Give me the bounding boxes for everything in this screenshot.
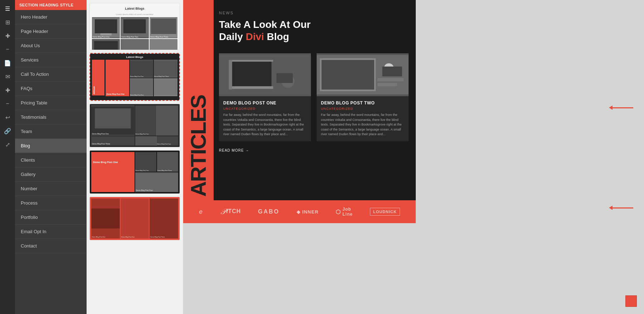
blog-post-2-title: DEMO BLOG POST TWO [321,100,404,106]
sidebar-item-contact[interactable]: Contact [15,239,87,253]
svg-rect-13 [130,79,153,95]
svg-rect-1 [95,19,117,33]
icon-bar-expand[interactable]: ⤢ [2,139,13,150]
client-logo-5: ⬡ JobLine [336,207,353,217]
svg-rect-19 [232,62,272,88]
template-card-3[interactable]: Demo Blog Post One Demo Blog Post Two De… [89,104,180,147]
template-card-2[interactable]: Latest Blogs ARTICLES Demo Blog Post One… [89,53,180,101]
icon-bar-menu[interactable]: ☰ [2,3,13,14]
icon-bar-curve[interactable]: ↩ [2,112,13,123]
blog-main-title: Take A Look At OurDaily Divi Blog [219,19,409,43]
blog-post-1-body: DEMO BLOG POST ONE UNCATEGORIZED Far far… [219,96,311,141]
svg-rect-22 [229,60,232,90]
svg-rect-10 [150,40,177,50]
blog-post-2-excerpt: Far far away, behind the word mountains,… [321,113,404,137]
svg-rect-30 [382,67,402,77]
svg-rect-31 [377,78,404,81]
blog-section: ARTICLES NEWS Take A Look At OurDaily Di… [183,0,416,200]
svg-rect-4 [123,19,146,33]
blog-post-2-body: DEMO BLOG POST TWO UNCATEGORIZED Far far… [317,96,409,141]
sidebar-item-faqs[interactable]: FAQs [15,82,87,96]
blog-post-2-category: UNCATEGORIZED [321,107,404,111]
blog-content: NEWS Take A Look At OurDaily Divi Blog [215,0,416,170]
client-logo-6: LOUDNICK [370,208,400,216]
blog-post-1-excerpt: Far far away, behind the word mountains,… [223,113,307,137]
svg-rect-2 [100,33,111,35]
template-card-1[interactable]: Latest Blogs Lorem ipsum dolor sit amet … [89,3,180,50]
sidebar-item-call-to-action[interactable]: Call To Action [15,67,87,82]
svg-rect-28 [322,60,374,90]
sidebar: Section Heading Style Hero Header Page H… [15,0,87,314]
svg-rect-8 [94,41,118,50]
sidebar-item-number[interactable]: Number [15,182,87,196]
blog-post-1-title: DEMO BLOG POST ONE [223,100,307,106]
template-panel: Latest Blogs Lorem ipsum dolor sit amet … [87,0,183,314]
clients-bar: e 𝒫ITCH GABO ◆ INNER ⬡ JobLine LOUDNICK [183,200,416,223]
sidebar-item-hero-header[interactable]: Hero Header [15,10,87,24]
template-card-5[interactable]: Demo Blog Post One Demo Blog Post Two De… [89,197,180,240]
svg-rect-24 [277,73,293,83]
sidebar-item-email-opt-in[interactable]: Email Opt In [15,225,87,239]
svg-rect-11 [130,60,153,77]
sidebar-item-page-header[interactable]: Page Header [15,24,87,39]
svg-rect-9 [121,40,148,50]
sidebar-item-portfolio[interactable]: Portfolio [15,210,87,225]
articles-vertical: ARTICLES [183,0,214,200]
template-card-4[interactable]: Demo Blog Post One Demo Blog Post Two De… [89,150,180,194]
card-1-title: Latest Blogs [92,5,177,12]
svg-rect-21 [230,86,273,89]
sidebar-item-about-us[interactable]: About Us [15,39,87,53]
blog-post-card-2: DEMO BLOG POST TWO UNCATEGORIZED Far far… [317,53,409,141]
color-swatch[interactable] [625,295,637,307]
arrow-indicator-top [612,107,633,108]
svg-rect-16 [95,108,131,128]
sidebar-item-team[interactable]: Team [15,124,87,139]
icon-bar-line[interactable]: − [2,98,13,109]
svg-rect-12 [154,60,177,77]
client-logo-1: e [199,208,203,216]
preview-area: ARTICLES NEWS Take A Look At OurDaily Di… [183,0,644,314]
blog-preview: ARTICLES NEWS Take A Look At OurDaily Di… [183,0,416,223]
icon-bar-plus2[interactable]: ✚ [2,84,13,96]
client-logo-3: GABO [258,208,279,215]
card-2-title: Latest Blogs [92,55,177,59]
svg-rect-20 [230,60,273,62]
icon-bar-add[interactable]: ✚ [2,30,13,41]
icon-bar-link[interactable]: 🔗 [2,125,13,137]
preview-scroll[interactable]: ARTICLES NEWS Take A Look At OurDaily Di… [183,0,644,314]
sidebar-item-blog[interactable]: Blog [15,139,87,153]
icon-bar-layout[interactable]: ⊞ [2,16,13,28]
sidebar-item-gallery[interactable]: Gallery [15,167,87,182]
articles-text: ARTICLES [188,95,209,197]
blog-category: NEWS [219,11,409,15]
sidebar-item-services[interactable]: Services [15,53,87,67]
icon-bar-minus[interactable]: − [2,44,13,55]
svg-rect-32 [377,83,397,86]
blog-post-1-image [219,53,311,96]
client-logo-4: ◆ INNER [297,209,318,215]
client-logo-2: 𝒫ITCH [220,207,241,216]
blog-post-1-category: UNCATEGORIZED [223,107,307,111]
svg-rect-6 [151,19,176,34]
read-more-link[interactable]: READ MORE → [219,148,409,160]
icon-bar: ☰ ⊞ ✚ − 📄 ✉ ✚ − ↩ 🔗 ⤢ [0,0,15,314]
sidebar-header: Section Heading Style [15,0,87,10]
sidebar-item-clients[interactable]: Clients [15,153,87,167]
sidebar-item-testimonials[interactable]: Testimonials [15,110,87,124]
blog-post-2-image [317,53,409,96]
sidebar-item-pricing-table[interactable]: Pricing Table [15,96,87,110]
sidebar-item-process[interactable]: Process [15,196,87,210]
arrow-indicator-bottom [612,207,633,208]
blog-post-card-1: DEMO BLOG POST ONE UNCATEGORIZED Far far… [219,53,311,141]
svg-rect-14 [154,79,177,95]
icon-bar-mail[interactable]: ✉ [2,71,13,82]
svg-rect-17 [91,208,120,229]
blog-posts-grid: DEMO BLOG POST ONE UNCATEGORIZED Far far… [219,53,409,141]
icon-bar-page[interactable]: 📄 [2,57,13,69]
